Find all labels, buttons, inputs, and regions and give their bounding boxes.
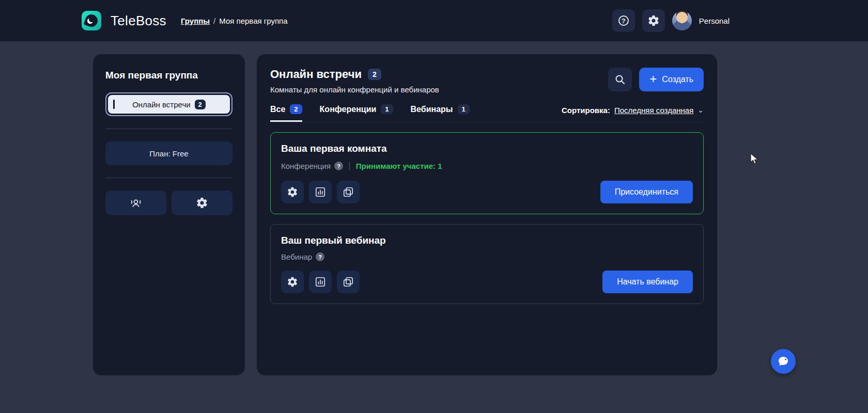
page-title-badge: 2	[368, 69, 381, 80]
tab-all-badge: 2	[290, 104, 302, 114]
bar-chart-icon	[315, 186, 326, 198]
room-title: Ваш первый вебинар	[281, 235, 693, 246]
sidebar-item-badge: 2	[195, 100, 206, 109]
gear-icon	[287, 186, 298, 198]
sort-control: Сортировка: Последняя созданная ⌄	[562, 106, 704, 121]
tab-conferences-badge: 1	[381, 104, 393, 114]
text-caret	[113, 100, 115, 109]
sidebar-divider	[105, 178, 233, 178]
room-type: Вебинар ?	[281, 252, 324, 261]
tab-webinars-label: Вебинары	[411, 105, 453, 114]
gear-icon	[647, 14, 660, 27]
room-settings-button[interactable]	[281, 181, 304, 203]
room-card-webinar: Ваш первый вебинар Вебинар ?	[270, 224, 704, 304]
room-type-label: Конференция	[281, 162, 331, 170]
participants-status: Принимают участие: 1	[356, 162, 442, 170]
tab-webinars[interactable]: Вебинары 1	[411, 104, 470, 122]
help-icon[interactable]: ?	[334, 162, 343, 170]
teleboss-logo-icon	[82, 11, 101, 30]
breadcrumb-separator: /	[213, 17, 215, 25]
room-records-button[interactable]	[337, 181, 360, 203]
join-button[interactable]: Присоединиться	[600, 181, 693, 203]
group-members-button[interactable]	[105, 190, 166, 215]
room-stats-button[interactable]	[309, 271, 332, 293]
chevron-down-icon[interactable]: ⌄	[698, 106, 704, 114]
group-title: Моя первая группа	[105, 70, 233, 81]
plus-icon: +	[649, 73, 657, 85]
sidebar-item-label: Онлайн встречи	[132, 100, 190, 109]
tabs-row: Все 2 Конференции 1 Вебинары 1 Сортировк…	[270, 104, 704, 122]
plan-button[interactable]: План: Free	[105, 141, 233, 165]
bar-chart-icon	[315, 276, 326, 288]
help-button[interactable]: ?	[612, 9, 635, 32]
tab-all[interactable]: Все 2	[270, 104, 302, 122]
layers-icon	[343, 276, 354, 288]
search-icon	[614, 73, 626, 86]
help-icon[interactable]: ?	[316, 252, 324, 261]
brand-title: TeleBoss	[111, 13, 166, 29]
meta-divider: |	[348, 161, 351, 171]
breadcrumb: Группы / Моя первая группа	[181, 17, 288, 25]
breadcrumb-current: Моя первая группа	[219, 17, 287, 25]
group-sidebar: Моя первая группа Онлайн встречи 2 План:…	[93, 54, 245, 375]
support-chat-button[interactable]	[771, 349, 796, 374]
tab-webinars-badge: 1	[458, 104, 470, 114]
gear-icon	[196, 197, 208, 209]
participants-icon	[129, 196, 143, 210]
layers-icon	[343, 186, 354, 198]
start-webinar-button[interactable]: Начать вебинар	[602, 271, 693, 293]
page-title: Онлайн встречи	[270, 68, 362, 81]
breadcrumb-link-groups[interactable]: Группы	[181, 17, 210, 25]
room-stats-button[interactable]	[309, 181, 332, 203]
tab-all-label: Все	[270, 105, 285, 114]
search-button[interactable]	[608, 68, 632, 91]
chat-bubble-icon	[777, 355, 789, 368]
mouse-cursor	[749, 153, 760, 165]
create-button[interactable]: + Создать	[639, 68, 704, 91]
tab-conferences[interactable]: Конференции 1	[320, 104, 393, 122]
topbar: TeleBoss Группы / Моя первая группа ? Pe…	[0, 0, 868, 41]
room-settings-button[interactable]	[281, 271, 304, 293]
rooms-panel: Онлайн встречи 2 Комнаты для онлайн конф…	[257, 54, 717, 375]
tab-conferences-label: Конференции	[320, 105, 377, 114]
sidebar-divider	[105, 129, 233, 129]
sidebar-item-online-meetings[interactable]: Онлайн встречи 2	[105, 92, 233, 116]
room-records-button[interactable]	[337, 271, 360, 293]
settings-button[interactable]	[642, 9, 665, 32]
user-avatar[interactable]	[672, 11, 692, 30]
room-title: Ваша первая комната	[281, 143, 693, 154]
create-button-label: Создать	[662, 75, 693, 84]
gear-icon	[287, 276, 298, 288]
sort-label: Сортировка:	[562, 106, 610, 115]
help-icon: ?	[618, 15, 629, 26]
room-type-label: Вебинар	[281, 252, 312, 261]
group-settings-button[interactable]	[172, 190, 233, 215]
room-type: Конференция ?	[281, 162, 343, 170]
page-subtitle: Комнаты для онлайн конфренций и вебинаро…	[270, 85, 439, 94]
profile-label[interactable]: Personal	[699, 17, 730, 25]
room-card-conference: Ваша первая комната Конференция ? | Прин…	[270, 132, 704, 214]
sort-value-dropdown[interactable]: Последняя созданная	[614, 106, 693, 115]
